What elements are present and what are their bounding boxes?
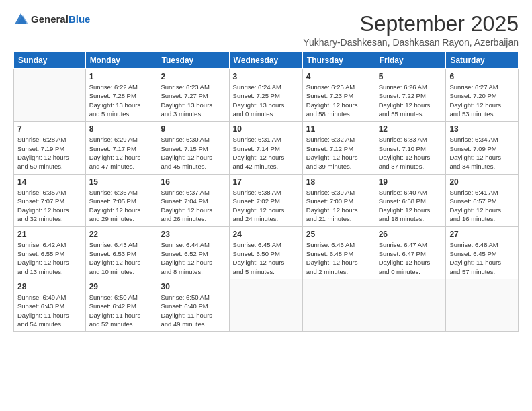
calendar-cell: 15Sunrise: 6:36 AMSunset: 7:05 PMDayligh… [85, 174, 157, 226]
col-header-friday: Friday [375, 52, 446, 69]
day-info: Sunrise: 6:29 AMSunset: 7:17 PMDaylight:… [89, 135, 154, 171]
calendar-header-row: SundayMondayTuesdayWednesdayThursdayFrid… [14, 52, 519, 69]
calendar-cell: 18Sunrise: 6:39 AMSunset: 7:00 PMDayligh… [302, 174, 375, 226]
calendar-cell: 3Sunrise: 6:24 AMSunset: 7:25 PMDaylight… [229, 69, 302, 122]
header: GeneralBlue September 2025 Yukhary-Dashk… [13, 12, 519, 48]
day-number: 13 [449, 124, 515, 134]
day-info: Sunrise: 6:35 AMSunset: 7:07 PMDaylight:… [17, 188, 82, 224]
calendar-cell: 19Sunrise: 6:40 AMSunset: 6:58 PMDayligh… [375, 174, 446, 226]
logo: GeneralBlue [13, 12, 90, 27]
day-number: 9 [161, 124, 225, 134]
col-header-saturday: Saturday [446, 52, 519, 69]
main-title: September 2025 [303, 12, 519, 36]
day-number: 22 [89, 230, 154, 239]
day-info: Sunrise: 6:43 AMSunset: 6:53 PMDaylight:… [89, 240, 154, 276]
calendar-cell [446, 279, 519, 331]
calendar-cell: 2Sunrise: 6:23 AMSunset: 7:27 PMDaylight… [157, 69, 229, 122]
day-info: Sunrise: 6:45 AMSunset: 6:50 PMDaylight:… [233, 240, 299, 276]
day-number: 26 [379, 230, 443, 239]
day-info: Sunrise: 6:32 AMSunset: 7:12 PMDaylight:… [306, 135, 371, 171]
day-number: 24 [233, 230, 299, 239]
day-number: 6 [449, 72, 515, 81]
day-info: Sunrise: 6:48 AMSunset: 6:45 PMDaylight:… [449, 240, 515, 276]
day-info: Sunrise: 6:47 AMSunset: 6:47 PMDaylight:… [379, 240, 443, 276]
day-number: 7 [17, 124, 82, 134]
calendar-cell: 21Sunrise: 6:42 AMSunset: 6:55 PMDayligh… [14, 226, 86, 279]
day-info: Sunrise: 6:50 AMSunset: 6:40 PMDaylight:… [161, 293, 225, 328]
day-number: 11 [306, 124, 371, 134]
day-number: 25 [306, 230, 371, 239]
day-info: Sunrise: 6:27 AMSunset: 7:20 PMDaylight:… [449, 83, 515, 118]
day-info: Sunrise: 6:26 AMSunset: 7:22 PMDaylight:… [379, 83, 443, 118]
day-info: Sunrise: 6:24 AMSunset: 7:25 PMDaylight:… [233, 83, 299, 118]
day-info: Sunrise: 6:44 AMSunset: 6:52 PMDaylight:… [161, 240, 225, 276]
calendar-cell: 20Sunrise: 6:41 AMSunset: 6:57 PMDayligh… [446, 174, 519, 226]
day-info: Sunrise: 6:34 AMSunset: 7:09 PMDaylight:… [449, 135, 515, 171]
day-number: 8 [89, 124, 154, 134]
col-header-monday: Monday [85, 52, 157, 69]
calendar-cell: 10Sunrise: 6:31 AMSunset: 7:14 PMDayligh… [229, 122, 302, 174]
day-info: Sunrise: 6:36 AMSunset: 7:05 PMDaylight:… [89, 188, 154, 224]
day-number: 30 [161, 282, 225, 291]
calendar-cell: 30Sunrise: 6:50 AMSunset: 6:40 PMDayligh… [157, 279, 229, 331]
calendar-cell: 14Sunrise: 6:35 AMSunset: 7:07 PMDayligh… [14, 174, 86, 226]
day-number: 23 [161, 230, 225, 239]
calendar-cell: 17Sunrise: 6:38 AMSunset: 7:02 PMDayligh… [229, 174, 302, 226]
day-number: 10 [233, 124, 299, 134]
calendar-cell: 23Sunrise: 6:44 AMSunset: 6:52 PMDayligh… [157, 226, 229, 279]
calendar-cell: 29Sunrise: 6:50 AMSunset: 6:42 PMDayligh… [85, 279, 157, 331]
day-number: 12 [379, 124, 443, 134]
col-header-thursday: Thursday [302, 52, 375, 69]
day-info: Sunrise: 6:37 AMSunset: 7:04 PMDaylight:… [161, 188, 225, 224]
calendar-cell [229, 279, 302, 331]
day-number: 4 [306, 72, 371, 81]
day-number: 15 [89, 177, 154, 187]
calendar-cell [302, 279, 375, 331]
week-row-2: 7Sunrise: 6:28 AMSunset: 7:19 PMDaylight… [14, 122, 519, 174]
calendar-cell: 5Sunrise: 6:26 AMSunset: 7:22 PMDaylight… [375, 69, 446, 122]
day-info: Sunrise: 6:49 AMSunset: 6:43 PMDaylight:… [17, 293, 82, 328]
calendar-cell: 16Sunrise: 6:37 AMSunset: 7:04 PMDayligh… [157, 174, 229, 226]
page: GeneralBlue September 2025 Yukhary-Dashk… [0, 0, 532, 411]
day-number: 5 [379, 72, 443, 81]
calendar-cell: 6Sunrise: 6:27 AMSunset: 7:20 PMDaylight… [446, 69, 519, 122]
calendar-cell: 27Sunrise: 6:48 AMSunset: 6:45 PMDayligh… [446, 226, 519, 279]
day-info: Sunrise: 6:22 AMSunset: 7:28 PMDaylight:… [89, 83, 154, 118]
day-number: 27 [449, 230, 515, 239]
calendar-cell [14, 69, 86, 122]
day-info: Sunrise: 6:40 AMSunset: 6:58 PMDaylight:… [379, 188, 443, 224]
calendar-cell: 26Sunrise: 6:47 AMSunset: 6:47 PMDayligh… [375, 226, 446, 279]
day-info: Sunrise: 6:39 AMSunset: 7:00 PMDaylight:… [306, 188, 371, 224]
day-number: 1 [89, 72, 154, 81]
subtitle: Yukhary-Dashkesan, Dashkasan Rayon, Azer… [303, 37, 519, 48]
day-info: Sunrise: 6:42 AMSunset: 6:55 PMDaylight:… [17, 240, 82, 276]
logo-icon [13, 12, 28, 27]
day-info: Sunrise: 6:46 AMSunset: 6:48 PMDaylight:… [306, 240, 371, 276]
day-number: 2 [161, 72, 225, 81]
week-row-5: 28Sunrise: 6:49 AMSunset: 6:43 PMDayligh… [14, 279, 519, 331]
calendar-cell: 1Sunrise: 6:22 AMSunset: 7:28 PMDaylight… [85, 69, 157, 122]
day-number: 21 [17, 230, 82, 239]
day-number: 18 [306, 177, 371, 187]
title-block: September 2025 Yukhary-Dashkesan, Dashka… [303, 12, 519, 48]
day-number: 3 [233, 72, 299, 81]
day-info: Sunrise: 6:38 AMSunset: 7:02 PMDaylight:… [233, 188, 299, 224]
day-info: Sunrise: 6:33 AMSunset: 7:10 PMDaylight:… [379, 135, 443, 171]
day-info: Sunrise: 6:31 AMSunset: 7:14 PMDaylight:… [233, 135, 299, 171]
day-number: 28 [17, 282, 82, 291]
col-header-wednesday: Wednesday [229, 52, 302, 69]
week-row-1: 1Sunrise: 6:22 AMSunset: 7:28 PMDaylight… [14, 69, 519, 122]
calendar-cell: 11Sunrise: 6:32 AMSunset: 7:12 PMDayligh… [302, 122, 375, 174]
day-info: Sunrise: 6:41 AMSunset: 6:57 PMDaylight:… [449, 188, 515, 224]
calendar: SundayMondayTuesdayWednesdayThursdayFrid… [13, 52, 519, 332]
day-number: 19 [379, 177, 443, 187]
day-number: 16 [161, 177, 225, 187]
day-number: 17 [233, 177, 299, 187]
calendar-cell: 25Sunrise: 6:46 AMSunset: 6:48 PMDayligh… [302, 226, 375, 279]
calendar-cell: 9Sunrise: 6:30 AMSunset: 7:15 PMDaylight… [157, 122, 229, 174]
calendar-cell: 24Sunrise: 6:45 AMSunset: 6:50 PMDayligh… [229, 226, 302, 279]
col-header-tuesday: Tuesday [157, 52, 229, 69]
calendar-cell: 7Sunrise: 6:28 AMSunset: 7:19 PMDaylight… [14, 122, 86, 174]
calendar-cell: 22Sunrise: 6:43 AMSunset: 6:53 PMDayligh… [85, 226, 157, 279]
day-info: Sunrise: 6:50 AMSunset: 6:42 PMDaylight:… [89, 293, 154, 328]
